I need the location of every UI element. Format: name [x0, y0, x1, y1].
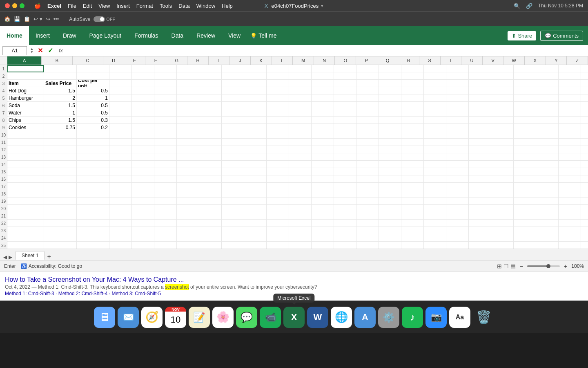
cell[interactable]: 2 [44, 94, 77, 102]
cell[interactable] [199, 109, 222, 117]
cell[interactable] [536, 102, 559, 109]
cell[interactable] [334, 139, 356, 146]
tab-page-layout[interactable]: Page Layout [83, 26, 128, 45]
cell[interactable] [446, 80, 469, 87]
cell[interactable] [267, 87, 289, 94]
cell[interactable] [244, 109, 267, 117]
cell[interactable] [514, 131, 536, 139]
cell[interactable] [334, 72, 356, 80]
cell[interactable] [7, 131, 44, 139]
cell[interactable] [446, 139, 469, 146]
cell[interactable] [289, 212, 312, 220]
cell[interactable] [559, 183, 581, 190]
cell[interactable] [44, 234, 77, 242]
cell[interactable] [289, 109, 312, 117]
cell[interactable] [469, 80, 491, 87]
cell[interactable]: 1.5 [44, 87, 77, 94]
cell[interactable] [334, 146, 356, 153]
cell[interactable] [581, 102, 588, 109]
cell[interactable] [401, 153, 424, 161]
cell[interactable] [536, 94, 559, 102]
cell[interactable] [289, 80, 312, 87]
dock-item-excel[interactable]: Microsoft Excel X [283, 307, 305, 328]
cell[interactable] [44, 139, 77, 146]
cell[interactable] [491, 139, 514, 146]
cell[interactable] [379, 153, 401, 161]
cell[interactable] [109, 94, 132, 102]
cell[interactable] [379, 87, 401, 94]
cell[interactable] [154, 87, 177, 94]
cell[interactable] [469, 168, 491, 175]
cell[interactable] [109, 227, 132, 234]
cell[interactable] [514, 190, 536, 197]
cell[interactable] [491, 87, 514, 94]
cell[interactable] [424, 139, 446, 146]
cell[interactable] [379, 124, 401, 131]
cell[interactable] [289, 124, 312, 131]
cell[interactable] [356, 94, 379, 102]
cell[interactable] [289, 197, 312, 205]
cell[interactable] [132, 117, 154, 124]
cell[interactable] [356, 80, 379, 87]
cell[interactable] [379, 80, 401, 87]
cell[interactable] [514, 205, 536, 212]
cell[interactable] [559, 161, 581, 168]
cell[interactable] [401, 146, 424, 153]
cell[interactable] [446, 234, 469, 242]
cell[interactable] [199, 242, 222, 249]
col-header-B[interactable]: B [42, 56, 72, 65]
cell[interactable] [222, 212, 244, 220]
cell[interactable] [77, 153, 109, 161]
cell[interactable] [154, 190, 177, 197]
cell[interactable] [199, 197, 222, 205]
cell[interactable] [491, 146, 514, 153]
cell[interactable] [401, 197, 424, 205]
cell[interactable] [559, 212, 581, 220]
cell[interactable] [424, 161, 446, 168]
mail-icon[interactable]: ✉️ [118, 307, 139, 328]
cell[interactable] [559, 190, 581, 197]
cell[interactable] [401, 124, 424, 131]
cell[interactable] [109, 242, 132, 249]
cell[interactable] [109, 212, 132, 220]
cell[interactable] [424, 212, 446, 220]
cell[interactable] [536, 146, 559, 153]
cell[interactable] [267, 131, 289, 139]
cell[interactable] [154, 65, 177, 72]
dock-item-photos[interactable]: 🌸 [212, 307, 234, 328]
cell[interactable]: Hamburger [7, 94, 44, 102]
cell[interactable] [77, 197, 109, 205]
cell[interactable] [7, 190, 44, 197]
cell[interactable] [536, 124, 559, 131]
cell[interactable] [581, 72, 588, 80]
cell[interactable] [559, 205, 581, 212]
col-header-Z[interactable]: Z [567, 56, 588, 65]
sheet-prev-btn[interactable]: ◀ [3, 254, 7, 260]
cell[interactable] [244, 80, 267, 87]
cell[interactable] [312, 94, 334, 102]
cell[interactable]: 0.3 [77, 117, 109, 124]
cell[interactable] [401, 102, 424, 109]
cell[interactable] [312, 190, 334, 197]
cell[interactable]: Cookies [7, 124, 44, 131]
cell[interactable] [222, 72, 244, 80]
cell[interactable] [199, 161, 222, 168]
cell[interactable] [244, 131, 267, 139]
cell[interactable] [334, 234, 356, 242]
cell[interactable] [177, 212, 199, 220]
cell[interactable] [132, 72, 154, 80]
cell[interactable] [177, 80, 199, 87]
cell[interactable] [154, 161, 177, 168]
cell[interactable] [536, 87, 559, 94]
cell[interactable] [312, 146, 334, 153]
cell[interactable] [312, 197, 334, 205]
cell[interactable] [424, 72, 446, 80]
cell[interactable] [312, 161, 334, 168]
cell[interactable] [581, 190, 588, 197]
cell[interactable] [132, 94, 154, 102]
view-icons[interactable]: ⊞ ☐ ▤ [497, 263, 516, 269]
excel-menu[interactable]: Excel [47, 3, 61, 9]
cell[interactable] [267, 153, 289, 161]
excel-icon[interactable]: X [283, 307, 305, 328]
cell[interactable] [244, 220, 267, 227]
